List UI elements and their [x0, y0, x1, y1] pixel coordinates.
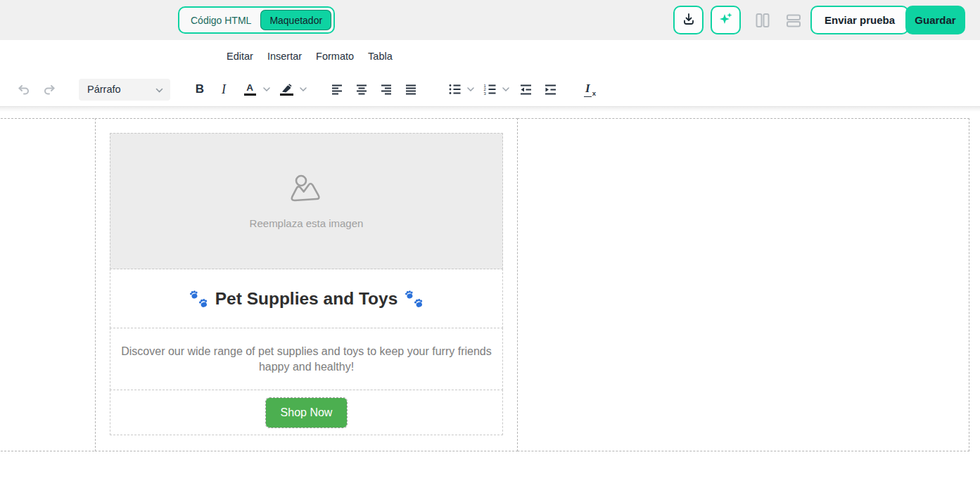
menu-insertar[interactable]: Insertar	[260, 47, 309, 65]
rows-view-icon[interactable]	[785, 12, 802, 29]
redo-icon[interactable]	[43, 83, 56, 96]
text-color-button[interactable]: A	[241, 83, 259, 96]
highlight-color-swatch	[280, 94, 293, 96]
indent-icon[interactable]	[544, 83, 557, 96]
image-placeholder-icon	[290, 174, 324, 207]
text-color-glyph: A	[246, 83, 253, 92]
paw-prints-icon	[404, 290, 424, 308]
ai-assistant-button[interactable]	[711, 6, 741, 34]
menu-editar[interactable]: Editar	[219, 47, 260, 65]
block-format-value: Párrafo	[87, 84, 121, 95]
clear-formatting-glyph: I	[584, 82, 592, 97]
text-color-chevron-icon[interactable]	[263, 87, 270, 91]
image-placeholder-block[interactable]: Reemplaza esta imagen	[110, 133, 503, 269]
shop-now-button[interactable]: Shop Now	[266, 398, 347, 428]
clear-formatting-sub: x	[592, 89, 596, 97]
email-heading[interactable]: Pet Supplies and Toys	[189, 289, 425, 309]
download-button[interactable]	[673, 6, 704, 34]
text-color-swatch	[244, 94, 256, 96]
email-body-text[interactable]: Discover our wide range of pet supplies …	[117, 344, 497, 375]
italic-button[interactable]: I	[218, 82, 229, 97]
bullet-list-icon[interactable]	[448, 83, 462, 96]
editor-toolbar: Párrafo B I A	[0, 72, 980, 107]
align-center-icon[interactable]	[355, 83, 368, 96]
chevron-down-icon	[155, 84, 163, 95]
numbered-list-chevron-icon[interactable]	[502, 87, 509, 91]
menu-formato[interactable]: Formato	[309, 47, 361, 65]
heading-block[interactable]: Pet Supplies and Toys	[110, 269, 503, 328]
bold-button[interactable]: B	[193, 82, 207, 96]
tab-codigo-html[interactable]: Código HTML	[182, 10, 260, 30]
download-icon	[682, 12, 696, 29]
svg-text:3: 3	[484, 91, 487, 96]
outdent-icon[interactable]	[519, 83, 533, 96]
highlight-color-chevron-icon[interactable]	[300, 87, 307, 91]
menu-tabla[interactable]: Tabla	[361, 47, 400, 65]
view-toggle: Código HTML Maquetador	[178, 6, 335, 34]
align-left-icon[interactable]	[331, 83, 343, 96]
highlight-color-button[interactable]	[277, 83, 295, 96]
columns-view-icon[interactable]	[754, 12, 771, 29]
paragraph-block[interactable]: Discover our wide range of pet supplies …	[110, 328, 503, 390]
sparkle-icon	[718, 11, 734, 30]
numbered-list-icon[interactable]: 1 2 3	[483, 83, 497, 96]
tab-maquetador[interactable]: Maquetador	[260, 10, 331, 30]
clear-formatting-icon[interactable]: Ix	[584, 82, 596, 97]
save-button[interactable]: Guardar	[905, 6, 965, 34]
send-test-button[interactable]: Enviar prueba	[810, 6, 909, 34]
email-content-container[interactable]: Reemplaza esta imagen	[95, 118, 518, 451]
editor-menubar: Editar Insertar Formato Tabla	[0, 40, 980, 72]
align-justify-icon[interactable]	[405, 83, 417, 96]
email-builder-app: Código HTML Maquetador	[0, 0, 980, 488]
align-right-icon[interactable]	[380, 83, 393, 96]
block-format-select[interactable]: Párrafo	[79, 79, 170, 101]
button-block[interactable]: Shop Now	[110, 390, 503, 435]
undo-icon[interactable]	[17, 83, 30, 96]
topbar: Código HTML Maquetador	[0, 0, 980, 40]
paw-prints-icon	[189, 290, 209, 308]
image-placeholder-text: Reemplaza esta imagen	[250, 217, 364, 229]
heading-text[interactable]: Pet Supplies and Toys	[215, 289, 398, 309]
bullet-list-chevron-icon[interactable]	[467, 87, 474, 91]
email-canvas: Reemplaza esta imagen	[0, 107, 980, 488]
